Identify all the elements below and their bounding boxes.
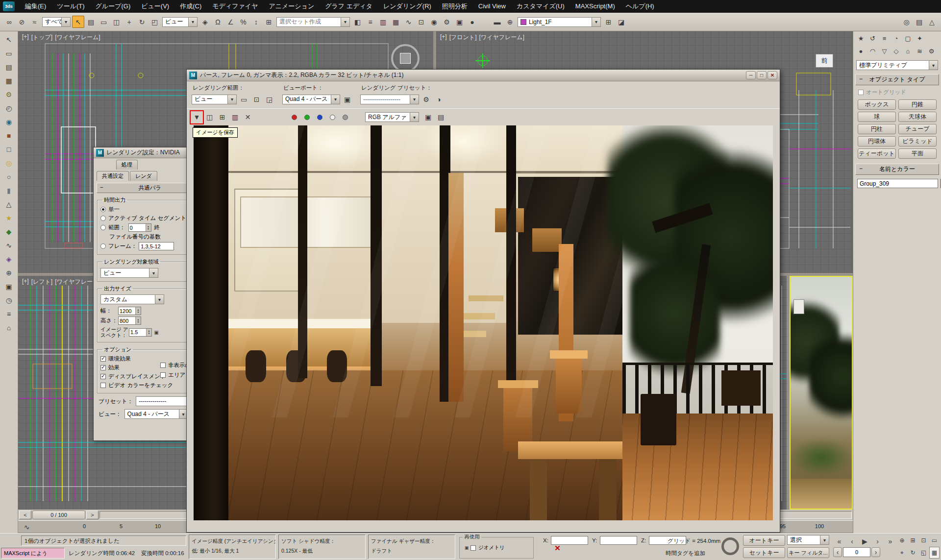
object-type-button-2[interactable]: 球 [858,112,896,122]
snaps-toggle-icon[interactable]: Ω [212,16,224,28]
bind-to-space-warp-icon[interactable]: ≈ [28,16,41,28]
select-and-scale-icon[interactable]: ◰ [149,16,161,28]
rfw-area-combo[interactable]: ビュー [192,95,237,104]
output-size-preset-combo[interactable]: カスタム [100,294,164,304]
create-tab-icon[interactable]: ★ [855,33,867,44]
select-objects-in-layer-icon[interactable]: ◪ [615,16,627,28]
utilities-tab-icon[interactable]: ✦ [914,33,925,44]
rfw-titlebar[interactable]: M パース, フレーム 0, ガンマ表示：2.2, RGBA カラー 32 ビッ… [187,70,780,81]
object-type-button-7[interactable]: ピラミッド [898,136,937,146]
next-frame-icon[interactable]: › [871,535,884,547]
minimize-button[interactable]: ─ [746,71,756,79]
manage-layers-icon[interactable]: ▬ [491,16,503,28]
checkbox-icon[interactable] [100,356,106,362]
curve-editor-icon[interactable]: ∿ [402,16,415,28]
auto-region-icon[interactable]: ⊡ [250,93,263,105]
left-tool-home-icon[interactable]: ⌂ [3,321,15,334]
spinner-icon[interactable]: ▲▼ [146,329,151,336]
primitive-category-combo[interactable]: 標準プリミティブ [856,60,938,70]
width-field[interactable]: ▲▼ [118,307,141,315]
alpha-channel-icon[interactable] [326,111,339,123]
viewport-menu-plus[interactable]: [+] [440,33,447,42]
set-key-button[interactable]: セットキー [743,547,785,558]
menu-item-6[interactable]: アニメーション [263,2,320,10]
layer-manager-icon[interactable]: ▥ [377,16,389,28]
clone-rendered-frame-icon[interactable]: ⊞ [216,111,228,123]
menu-item-9[interactable]: 照明分析 [437,2,473,10]
red-channel-icon[interactable] [288,111,300,123]
spinner-snap-icon[interactable]: ↕ [250,16,262,28]
left-tool-frame-icon[interactable]: ▣ [3,280,15,292]
left-tool-circle-icon[interactable]: ○ [3,170,15,183]
object-type-button-5[interactable]: チューブ [898,124,937,134]
clear-image-icon[interactable]: ✕ [242,111,254,123]
coordinate-x-field[interactable] [551,536,588,545]
select-and-rotate-icon[interactable]: ↻ [136,16,148,28]
menu-item-10[interactable]: Civil View [473,2,511,10]
modify-tab-icon[interactable]: ↺ [867,33,878,44]
viewcube[interactable] [391,44,420,73]
window-crossing-icon[interactable]: ◫ [110,16,123,28]
viewport-menu-plus[interactable]: [+] [22,278,29,286]
object-name-field[interactable] [857,179,938,188]
menu-item-5[interactable]: モディファイヤ [207,2,263,10]
maximize-viewport-toggle-icon[interactable]: ▦ [929,547,940,559]
maxscript-mini-listener[interactable]: MAXScript によう [1,548,65,559]
left-tool-region-icon[interactable]: ▭ [3,47,15,59]
lock-to-viewport-icon[interactable]: ▣ [341,93,353,105]
object-type-button-4[interactable]: 円柱 [858,124,896,134]
left-tool-gear-icon[interactable]: ⚙ [3,88,15,100]
time-tag-button[interactable]: 時間タグを追加 [666,550,705,557]
zoom-icon[interactable]: ⊕ [897,535,907,546]
coordinate-y-field[interactable] [600,536,637,545]
zoom-extents-all-icon[interactable]: ◱ [918,547,929,559]
shapes-icon[interactable]: ◠ [867,46,878,57]
cameras-icon[interactable]: ◇ [891,46,902,57]
motion-tab-icon[interactable]: ◔ [891,33,902,44]
object-type-button-1[interactable]: 円錐 [898,99,937,110]
autogrid-checkbox[interactable]: オートグリッド [858,89,936,96]
left-tool-sphere-icon[interactable]: ◉ [3,116,15,128]
left-tool-grid-icon[interactable]: ▦ [3,74,15,87]
render-area-combo[interactable]: ビュー [100,268,158,278]
left-tool-gem-icon[interactable]: ◈ [3,253,15,265]
close-button[interactable]: ✕ [768,71,777,79]
left-tool-diamond-icon[interactable]: ◆ [3,225,15,238]
menu-item-7[interactable]: グラフ エディタ [320,2,378,10]
menu-item-3[interactable]: ビュー(V) [136,2,174,10]
angle-snap-icon[interactable]: ∠ [224,16,237,28]
previous-frame-nudge-button[interactable]: < [19,511,31,519]
previous-key-button[interactable]: ‹ [833,547,842,557]
rollout-object-type[interactable]: − オブジェクト タイプ [855,74,939,85]
left-tool-align-icon[interactable]: ≡ [3,308,15,320]
channel-display-combo[interactable]: RGB アルファ [365,112,419,122]
select-object-icon[interactable]: ↖ [72,16,84,28]
pan-icon[interactable]: ⌖ [897,547,907,559]
radio-icon[interactable] [100,243,106,249]
object-type-button-8[interactable]: ティーポット [858,148,896,159]
toggle-ui-overlays-icon[interactable]: ▣ [422,111,434,123]
menu-item-0[interactable]: 編集(E) [20,2,51,10]
viewport-left-label[interactable]: [+] [レフト] [ワイヤフレーム] [22,278,100,286]
selected-set-combo[interactable]: 選択 [787,535,829,545]
height-field[interactable]: ▲▼ [118,317,141,325]
aspect-lock-icon[interactable]: ▣ [152,328,161,337]
left-tool-clock-icon[interactable]: ◷ [3,294,15,306]
zoom-region-icon[interactable]: ▭ [929,535,940,546]
geometry-checkbox[interactable]: ▣ ジオメトリ ✕ [463,544,530,552]
select-and-link-icon[interactable]: ∞ [3,16,15,28]
frames-input[interactable] [139,242,174,250]
environment-effects-icon[interactable]: ◑ [433,93,445,105]
key-filters-button[interactable]: キー フィルタ... [787,547,829,558]
mirror-icon[interactable]: ◧ [351,16,364,28]
spinner-icon[interactable]: ▲▼ [135,307,141,315]
rendered-frame-window-icon[interactable]: ▣ [453,16,466,28]
menu-item-11[interactable]: カスタマイズ(U) [511,2,570,10]
checkbox-icon[interactable] [470,545,476,551]
green-channel-icon[interactable] [301,111,313,123]
left-tool-torus-icon[interactable]: ◎ [3,157,15,169]
next-frame-nudge-button[interactable]: > [86,511,99,519]
view-reference-combo[interactable]: ビュー [162,17,198,27]
checkbox-icon[interactable] [100,365,106,370]
tab-processing[interactable]: 処理 [116,160,138,170]
